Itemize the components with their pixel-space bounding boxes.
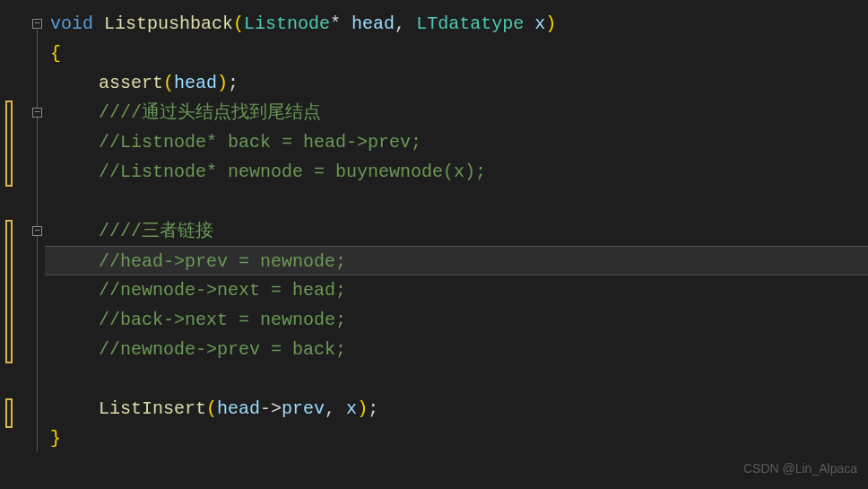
code-line[interactable]: { — [45, 39, 868, 68]
fold-toggle-icon[interactable] — [32, 19, 42, 29]
code-line[interactable]: //back->next = newnode; — [45, 305, 868, 335]
code-line[interactable]: //newnode->next = head; — [45, 275, 868, 305]
code-line[interactable]: assert(head); — [45, 68, 868, 98]
fold-guide — [37, 30, 38, 451]
code-content[interactable]: void Listpushback(Listnode* head, LTdata… — [45, 0, 868, 489]
change-marker — [5, 100, 13, 187]
change-marker — [5, 398, 13, 428]
change-marker — [5, 220, 13, 363]
fold-toggle-icon[interactable] — [32, 226, 42, 236]
code-line[interactable]: ////三者链接 — [45, 216, 868, 246]
code-line[interactable]: void Listpushback(Listnode* head, LTdata… — [45, 9, 868, 39]
code-line[interactable]: //Listnode* newnode = buynewnode(x); — [45, 157, 868, 187]
code-line[interactable]: ////通过头结点找到尾结点 — [45, 98, 868, 127]
watermark: CSDN @Lin_Alpaca — [743, 454, 857, 484]
gutter — [0, 0, 45, 489]
code-line[interactable]: //Listnode* back = head->prev; — [45, 127, 868, 157]
code-line[interactable]: } — [45, 424, 868, 453]
code-line[interactable]: ListInsert(head->prev, x); — [45, 394, 868, 424]
code-line[interactable] — [45, 364, 868, 394]
fold-toggle-icon[interactable] — [32, 108, 42, 118]
code-line[interactable]: //newnode->prev = back; — [45, 335, 868, 364]
code-editor[interactable]: void Listpushback(Listnode* head, LTdata… — [0, 0, 868, 489]
code-line[interactable] — [45, 187, 868, 216]
code-line-current[interactable]: //head->prev = newnode; — [45, 246, 868, 275]
